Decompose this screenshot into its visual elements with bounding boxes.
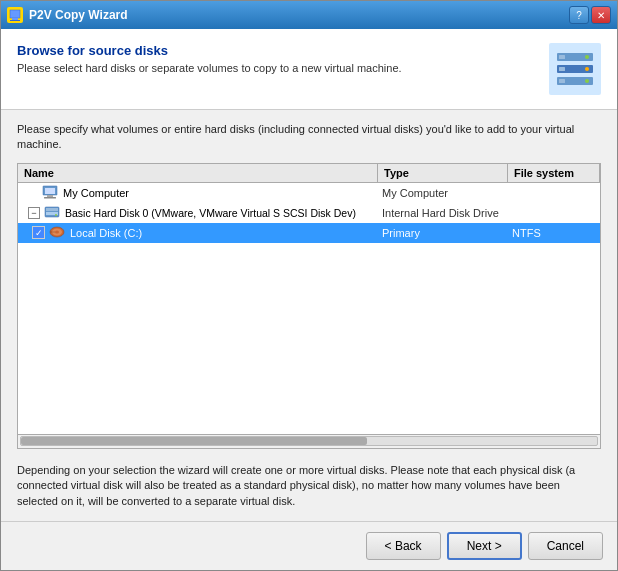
content-area: Browse for source disks Please select ha… (1, 29, 617, 570)
collapse-button[interactable]: − (28, 207, 40, 219)
hdd-icon (44, 205, 60, 221)
title-bar-left: P2V Copy Wizard (7, 7, 128, 23)
tree-header: Name Type File system (18, 164, 600, 183)
svg-rect-14 (45, 188, 55, 194)
main-body: Please specify what volumes or entire ha… (1, 110, 617, 521)
row-label-hdd0: Basic Hard Disk 0 (VMware, VMware Virtua… (65, 207, 356, 219)
title-bar-controls: ? ✕ (569, 6, 611, 24)
disk-checkbox[interactable]: ✓ (32, 226, 45, 239)
instruction-text: Please specify what volumes or entire ha… (17, 122, 601, 153)
table-row[interactable]: ✓ Local Disk (C:) (18, 223, 600, 243)
row-type-mycomputer: My Computer (378, 185, 508, 201)
table-row[interactable]: My Computer My Computer (18, 183, 600, 203)
header-subtitle: Please select hard disks or separate vol… (17, 62, 537, 74)
svg-point-12 (585, 79, 589, 83)
row-fs-hdd0 (508, 211, 600, 215)
window-icon (7, 7, 23, 23)
row-name-mycomputer: My Computer (18, 183, 378, 203)
svg-rect-1 (12, 18, 18, 20)
row-fs-localc: NTFS (508, 225, 600, 241)
title-bar: P2V Copy Wizard ? ✕ (1, 1, 617, 29)
row-label-localc: Local Disk (C:) (70, 227, 142, 239)
svg-rect-15 (47, 195, 53, 197)
col-filesystem: File system (508, 164, 600, 182)
button-bar: < Back Next > Cancel (1, 521, 617, 570)
help-button[interactable]: ? (569, 6, 589, 24)
svg-rect-16 (44, 197, 56, 199)
col-name: Name (18, 164, 378, 182)
header-text: Browse for source disks Please select ha… (17, 43, 537, 74)
computer-icon (42, 185, 58, 201)
horizontal-scrollbar[interactable] (18, 434, 600, 448)
disk-tree[interactable]: Name Type File system (17, 163, 601, 449)
row-name-hdd0: − Basic Hard Disk 0 (VMware, VM (18, 203, 378, 223)
back-button[interactable]: < Back (366, 532, 441, 560)
row-label-mycomputer: My Computer (63, 187, 129, 199)
cancel-button[interactable]: Cancel (528, 532, 603, 560)
window-title: P2V Copy Wizard (29, 8, 128, 22)
footer-note: Depending on your selection the wizard w… (17, 463, 601, 509)
svg-point-9 (585, 67, 589, 71)
col-type: Type (378, 164, 508, 182)
next-button[interactable]: Next > (447, 532, 522, 560)
svg-rect-8 (559, 67, 565, 71)
svg-rect-11 (559, 79, 565, 83)
svg-rect-18 (46, 208, 58, 211)
svg-rect-0 (10, 10, 20, 18)
svg-point-23 (55, 230, 59, 233)
row-name-localc: ✓ Local Disk (C:) (18, 223, 378, 243)
table-row[interactable]: − Basic Hard Disk 0 (VMware, VM (18, 203, 600, 223)
main-window: P2V Copy Wizard ? ✕ Browse for source di… (0, 0, 618, 571)
row-type-hdd0: Internal Hard Disk Drive (378, 205, 508, 221)
svg-rect-5 (559, 55, 565, 59)
scrollbar-thumb[interactable] (21, 437, 367, 445)
svg-point-6 (585, 55, 589, 59)
svg-point-20 (55, 214, 57, 216)
close-button[interactable]: ✕ (591, 6, 611, 24)
header-title: Browse for source disks (17, 43, 537, 58)
tree-body[interactable]: My Computer My Computer − (18, 183, 600, 434)
row-fs-mycomputer (508, 191, 600, 195)
row-type-localc: Primary (378, 225, 508, 241)
drive-icon (49, 225, 65, 241)
svg-rect-2 (10, 20, 20, 21)
header-section: Browse for source disks Please select ha… (1, 29, 617, 110)
wizard-icon (549, 43, 601, 95)
scrollbar-track[interactable] (20, 436, 598, 446)
